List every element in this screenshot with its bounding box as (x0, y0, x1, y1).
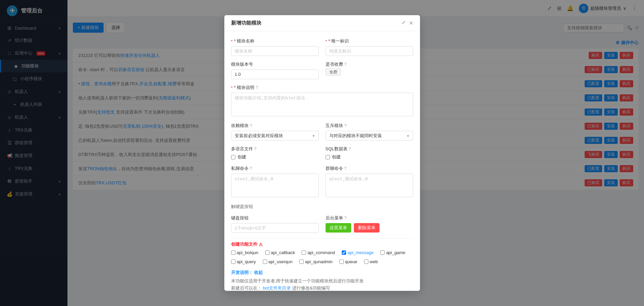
file-item-web[interactable]: web (364, 259, 378, 264)
warn-icon: ⚠ (259, 242, 263, 247)
file-item-api-qunadmin[interactable]: api_qunadmin (299, 259, 333, 264)
field-module-name: * * 模块名称 (231, 38, 319, 56)
file-item-api-userqun[interactable]: api_userqun (263, 259, 293, 264)
create-files-section: 创建功能文件 ⚠ api_botqun api_callback api_com… (231, 241, 413, 264)
field-is-paid: 是否收费 ? 免费 (326, 61, 413, 79)
module-name-label: * * 模块名称 (231, 38, 319, 44)
dev-section: 开发说明： 收起 本功能仅适用于开发者,用于快速建立一个功能模块然后进行功能开发… (231, 270, 413, 290)
create-files-title: 创建功能文件 ⚠ (231, 241, 413, 247)
dep-module-select[interactable]: 安装前必须安装对应模块 (231, 131, 319, 141)
form-row-2: 模块版本号 是否收费 ? 免费 (231, 61, 413, 79)
form-row-3: * * 模块说明 ? (231, 85, 413, 117)
modal-expand-icon[interactable]: ⤢ (402, 20, 405, 26)
sql-checkbox[interactable] (326, 155, 330, 159)
module-desc-label: * * 模块说明 ? (231, 85, 413, 91)
unique-id-input[interactable] (326, 46, 413, 56)
dep-module-label: 依赖模块 ? (231, 123, 319, 129)
modal-header-actions: ⤢ ✕ (402, 20, 413, 26)
api-command-checkbox[interactable] (302, 250, 306, 255)
file-item-api-command[interactable]: api_command (302, 250, 335, 255)
modal-body: * * 模块名称 * * 唯一标识 模块版本号 (224, 31, 420, 290)
keyboard-title-label: 触键盘按钮 (231, 204, 413, 210)
modal-title: 新增功能模块 (231, 20, 261, 26)
mutual-module-select[interactable]: 与对应的模块不能同时安装 (326, 131, 413, 141)
dev-desc: 本功能仅适用于开发者,用于快速建立一个功能模块然后进行功能开发 新建后可以在： … (231, 278, 413, 290)
field-version: 模块版本号 (231, 61, 319, 79)
version-input[interactable] (231, 69, 319, 79)
modal-dialog: 新增功能模块 ⤢ ✕ * * 模块名称 * * 唯一 (224, 15, 420, 290)
sql-help-icon[interactable]: ? (349, 147, 351, 151)
is-paid-label: 是否收费 ? (326, 61, 413, 67)
file-item-api-message[interactable]: api_message (342, 250, 373, 255)
field-unique-id: * * 唯一标识 (326, 38, 413, 56)
version-label: 模块版本号 (231, 61, 319, 67)
api-game-checkbox[interactable] (380, 250, 385, 255)
api-userqun-checkbox[interactable] (263, 259, 267, 264)
private-cmd-textarea[interactable] (231, 174, 319, 197)
file-item-api-botqun[interactable]: api_botqun (231, 250, 258, 255)
multilang-label: 多语言文件 ? (231, 146, 319, 152)
field-backend-menu: 后台菜单 ? 设置菜单 删除菜单 (326, 215, 413, 233)
group-cmd-textarea[interactable] (326, 174, 413, 197)
free-tag: 免费 (326, 68, 341, 76)
bot-folder-link[interactable]: bot文件夹目录 (263, 285, 291, 290)
multilang-help-icon[interactable]: ? (254, 147, 257, 151)
multilang-checkbox[interactable] (231, 155, 235, 159)
dep-help-icon[interactable]: ? (250, 123, 252, 128)
modal-close-button[interactable]: ✕ (409, 20, 413, 26)
file-item-api-game[interactable]: api_game (380, 250, 405, 255)
create-files-grid: api_botqun api_callback api_command api_… (231, 250, 413, 264)
file-item-api-query[interactable]: api_query (231, 259, 256, 264)
file-item-api-callback[interactable]: api_callback (265, 250, 295, 255)
module-name-input[interactable] (231, 46, 319, 56)
api-query-checkbox[interactable] (231, 259, 235, 264)
field-private-cmd: 私聊命令 ? (231, 165, 319, 198)
mutual-help-icon[interactable]: ? (344, 123, 347, 128)
is-paid-help-icon[interactable]: ? (344, 62, 347, 67)
queue-checkbox[interactable] (339, 259, 344, 264)
mutual-module-select-wrapper: 与对应的模块不能同时安装 (326, 131, 413, 141)
multilang-checkbox-row: 创建 (231, 154, 319, 160)
keyboard-btn-label: 键盘按钮 (231, 215, 319, 221)
module-desc-textarea[interactable] (231, 93, 413, 116)
field-sql-table: SQL数据表 ? 创建 (326, 146, 413, 160)
field-keyboard-btn: 键盘按钮 (231, 215, 319, 233)
keyboard-section: 触键盘按钮 (231, 204, 413, 210)
modal-overlay[interactable]: 新增功能模块 ⤢ ✕ * * 模块名称 * * 唯一 (0, 0, 644, 306)
backend-menu-help-icon[interactable]: ? (344, 216, 347, 220)
dep-module-select-wrapper: 安装前必须安装对应模块 (231, 131, 319, 141)
web-checkbox[interactable] (364, 259, 368, 264)
multilang-create-label: 创建 (237, 154, 246, 160)
form-row-6: 私聊命令 ? 群聊命令 ? (231, 165, 413, 198)
form-row-7: 键盘按钮 后台菜单 ? 设置菜单 删除菜单 (231, 215, 413, 233)
sql-checkbox-row: 创建 (326, 154, 413, 160)
group-cmd-help-icon[interactable]: ? (344, 166, 347, 171)
field-multilang: 多语言文件 ? 创建 (231, 146, 319, 160)
sql-table-label: SQL数据表 ? (326, 146, 413, 152)
field-dep-module: 依赖模块 ? 安装前必须安装对应模块 (231, 123, 319, 141)
form-row-5: 多语言文件 ? 创建 SQL数据表 ? 创建 (231, 146, 413, 160)
group-cmd-label: 群聊命令 ? (326, 165, 413, 172)
api-botqun-checkbox[interactable] (231, 250, 235, 255)
form-row-4: 依赖模块 ? 安装前必须安装对应模块 互斥模块 ? (231, 123, 413, 141)
set-menu-button[interactable]: 设置菜单 (326, 223, 351, 233)
private-cmd-help-icon[interactable]: ? (250, 166, 252, 171)
unique-id-label: * * 唯一标识 (326, 38, 413, 44)
field-module-desc: * * 模块说明 ? (231, 85, 413, 117)
backend-menu-label: 后台菜单 ? (326, 215, 413, 221)
menu-buttons: 设置菜单 删除菜单 (326, 223, 413, 233)
field-group-cmd: 群聊命令 ? (326, 165, 413, 198)
delete-menu-button[interactable]: 删除菜单 (354, 223, 380, 233)
api-qunadmin-checkbox[interactable] (299, 259, 304, 264)
file-item-queue[interactable]: queue (339, 259, 357, 264)
dev-toggle[interactable]: 收起 (254, 270, 263, 275)
module-desc-help-icon[interactable]: ? (256, 85, 258, 90)
dev-title[interactable]: 开发说明： 收起 (231, 270, 413, 276)
keyboard-btn-input[interactable] (231, 223, 319, 233)
api-callback-checkbox[interactable] (265, 250, 270, 255)
api-message-checkbox[interactable] (342, 250, 346, 255)
form-row-1: * * 模块名称 * * 唯一标识 (231, 38, 413, 56)
field-mutual-module: 互斥模块 ? 与对应的模块不能同时安装 (326, 123, 413, 141)
modal-header: 新增功能模块 ⤢ ✕ (224, 15, 420, 31)
sql-create-label: 创建 (332, 154, 341, 160)
